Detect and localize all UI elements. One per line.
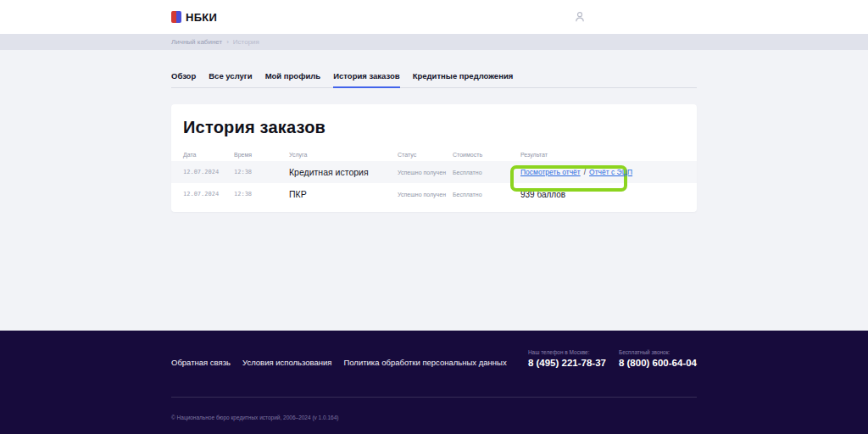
table-row: 12.07.2024 12:38 ПКР Успешно получен Бес…: [171, 183, 697, 205]
footer: Обратная связь Условия использования Пол…: [0, 331, 868, 434]
column-header-cost: Стоимость: [453, 152, 520, 158]
nbki-logo[interactable]: НБКИ: [171, 11, 217, 24]
column-header-result: Результат: [520, 152, 685, 158]
copyright-text: © Национальное бюро кредитных историй, 2…: [171, 415, 697, 420]
top-header: НБКИ: [0, 0, 868, 34]
footer-divider: [171, 397, 697, 398]
cell-status: Успешно получен: [398, 170, 453, 175]
privacy-policy-link[interactable]: Политика обработки персональных данных: [343, 358, 506, 367]
cell-cost: Бесплатно: [453, 192, 520, 198]
breadcrumb-separator: ›: [226, 38, 229, 46]
column-header-date: Дата: [183, 152, 234, 158]
cell-date: 12.07.2024: [183, 191, 234, 198]
score-result: 939 баллов: [520, 190, 565, 199]
page-title: История заказов: [171, 118, 697, 137]
tab-overview[interactable]: Обзор: [171, 68, 196, 87]
order-history-card: История заказов Дата Время Услуга Статус…: [171, 104, 697, 212]
tab-bar: Обзор Все услуги Мой профиль История зак…: [171, 68, 697, 88]
column-header-status: Статус: [398, 152, 453, 158]
breadcrumb-personal-cabinet[interactable]: Личный кабинет: [171, 38, 222, 46]
breadcrumb-bar: Личный кабинет › История: [0, 34, 868, 50]
cell-result: Посмотреть отчёт / Отчёт с ЭЦП: [520, 168, 685, 176]
column-header-time: Время: [234, 152, 289, 158]
free-call-number[interactable]: 8 (800) 600-64-04: [619, 358, 697, 368]
column-header-service: Услуга: [289, 152, 398, 158]
table-header-row: Дата Время Услуга Статус Стоимость Резул…: [171, 147, 697, 161]
tab-my-profile[interactable]: Мой профиль: [265, 68, 321, 87]
tab-order-history[interactable]: История заказов: [333, 68, 399, 88]
feedback-link[interactable]: Обратная связь: [171, 358, 231, 367]
user-account-icon[interactable]: [573, 10, 587, 24]
cell-time: 12:38: [234, 191, 289, 198]
main-content: Обзор Все услуги Мой профиль История зак…: [171, 68, 697, 212]
cell-cost: Бесплатно: [453, 170, 520, 175]
moscow-phone-label: Наш телефон в Москве:: [528, 349, 606, 355]
moscow-phone-number[interactable]: 8 (495) 221-78-37: [528, 358, 606, 368]
table-row: 12.07.2024 12:38 Кредитная история Успеш…: [171, 161, 697, 183]
breadcrumb-history: История: [233, 38, 259, 46]
nbki-logo-icon: [171, 11, 181, 23]
tab-credit-offers[interactable]: Кредитные предложения: [413, 68, 514, 87]
view-report-link[interactable]: Посмотреть отчёт: [520, 168, 581, 176]
cell-date: 12.07.2024: [183, 169, 234, 175]
tab-all-services[interactable]: Все услуги: [209, 68, 252, 87]
breadcrumb: Личный кабинет › История: [171, 34, 697, 50]
cell-time: 12:38: [234, 169, 289, 175]
cell-service: ПКР: [289, 189, 398, 199]
free-call-label: Бесплатный звонок:: [619, 349, 697, 355]
cell-service: Кредитная история: [289, 167, 398, 177]
nbki-logo-text: НБКИ: [186, 11, 217, 24]
terms-of-use-link[interactable]: Условия использования: [242, 358, 331, 367]
orders-table: Дата Время Услуга Статус Стоимость Резул…: [171, 147, 697, 205]
link-separator: /: [584, 168, 586, 176]
cell-status: Успешно получен: [398, 192, 453, 198]
report-with-signature-link[interactable]: Отчёт с ЭЦП: [589, 168, 632, 176]
